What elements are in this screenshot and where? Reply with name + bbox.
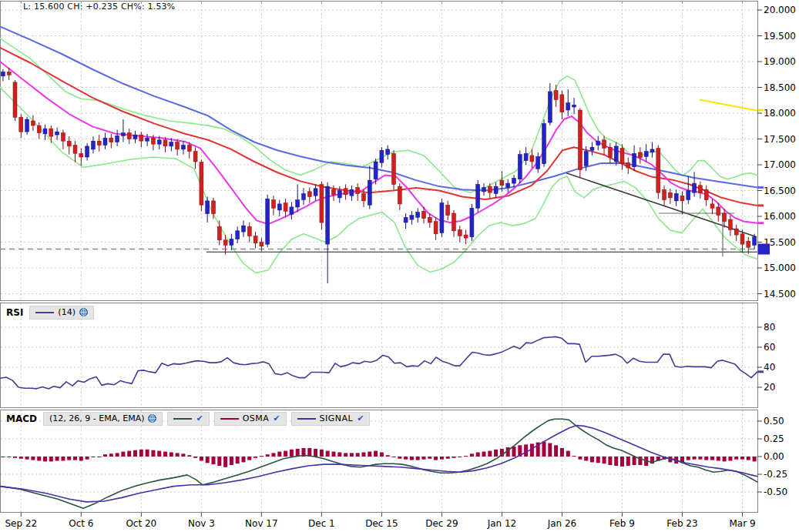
candle <box>103 138 107 145</box>
osma-bar <box>206 457 210 463</box>
osma-bar <box>73 457 77 460</box>
candle <box>284 203 287 212</box>
price-axis-label: 15.000 <box>764 263 796 273</box>
osma-bar <box>37 457 41 461</box>
candle <box>146 138 149 141</box>
candle <box>79 153 83 157</box>
candle <box>121 133 125 136</box>
candle <box>386 149 390 155</box>
candle <box>116 136 119 142</box>
signal-checkbox[interactable]: ✔ <box>357 414 364 423</box>
osma-bar <box>446 457 450 459</box>
candle <box>272 200 276 209</box>
candle <box>212 201 216 214</box>
osma-bar <box>25 457 29 460</box>
osma-bar <box>86 457 89 460</box>
rsi-axis-marker <box>758 370 764 373</box>
candle <box>350 189 354 196</box>
candle <box>512 178 516 183</box>
osma-bar <box>596 457 600 463</box>
candle <box>482 188 486 192</box>
osma-bar <box>176 453 180 457</box>
candle <box>290 207 294 214</box>
osma-bar <box>116 453 119 457</box>
candle <box>86 146 89 157</box>
candle <box>253 236 257 243</box>
osma-bar <box>109 453 113 457</box>
osma-bar <box>380 453 384 457</box>
macd-axis-label: 0.00 <box>764 451 784 462</box>
candle <box>530 156 534 162</box>
candle <box>566 103 570 110</box>
candle <box>572 105 576 107</box>
osma-bar <box>548 443 552 457</box>
osma-bar <box>314 449 317 457</box>
osma-bar <box>374 451 378 457</box>
axis-series-marker <box>758 222 764 224</box>
macd-line-legend: ✔ <box>167 412 209 426</box>
osma-bar <box>212 457 216 464</box>
x-axis-label: Nov 3 <box>188 518 215 529</box>
candle <box>133 135 137 139</box>
panel-borders <box>1 2 758 513</box>
price-axis-label: 17.000 <box>764 159 796 170</box>
candle <box>740 234 744 244</box>
x-axis-label: Nov 17 <box>245 518 278 529</box>
candle <box>392 153 396 184</box>
osma-checkbox[interactable]: ✔ <box>273 414 280 423</box>
osma-bar <box>170 453 173 457</box>
candle <box>37 125 41 132</box>
right-axis: 20.00019.50019.00018.50018.00017.50017.0… <box>757 5 796 497</box>
osma-label: OSMA <box>243 413 270 423</box>
price-info-label: L: 15.600 CH: +0.235 CH%: 1.53% <box>23 2 175 12</box>
macd-axis-label: -0.50 <box>764 487 787 497</box>
candle <box>422 211 426 218</box>
candle <box>710 204 714 208</box>
osma-bar <box>290 450 294 457</box>
macd-header: MACD (12, 26, 9 - EMA, EMA) ✔ OSMA ✔ SIG… <box>5 412 370 425</box>
rsi-line-swatch <box>35 312 54 313</box>
osma-bar <box>693 457 697 460</box>
osma-bar <box>512 447 516 457</box>
osma-bar <box>524 444 528 457</box>
trading-chart-app: 20.00019.50019.00018.50018.00017.50017.0… <box>0 0 799 532</box>
osma-bar <box>43 457 47 461</box>
macd-param: (12, 26, 9 - EMA, EMA) <box>49 413 144 423</box>
candle <box>446 205 450 215</box>
candle <box>362 194 366 201</box>
candle <box>723 213 727 222</box>
rsi-settings-globe-icon[interactable] <box>79 308 88 316</box>
candle <box>734 229 738 235</box>
candle <box>67 141 71 146</box>
osma-bar <box>344 453 347 457</box>
candle <box>548 92 552 122</box>
macd-line-checkbox[interactable]: ✔ <box>196 414 203 423</box>
osma-bar <box>560 448 564 457</box>
x-axis-label: Oct 6 <box>69 518 93 529</box>
candle <box>656 149 660 193</box>
osma-bar <box>284 451 287 457</box>
macd-settings-globe-icon[interactable] <box>148 414 156 423</box>
osma-bar <box>422 457 426 460</box>
osma-bar <box>614 457 618 466</box>
osma-bar <box>187 455 191 457</box>
osma-bar <box>49 457 53 461</box>
candle <box>230 239 233 246</box>
rsi-axis-label: 60 <box>764 342 775 353</box>
candle <box>73 146 77 154</box>
candle <box>524 153 528 160</box>
osma-bar <box>272 453 276 457</box>
osma-bar <box>356 453 360 457</box>
axis-series-marker <box>758 204 764 206</box>
chart-canvas[interactable]: 20.00019.50019.00018.50018.00017.50017.0… <box>0 0 799 532</box>
osma-bar <box>217 457 221 466</box>
osma-bar <box>91 457 95 457</box>
osma-bar <box>488 451 492 457</box>
candle <box>242 226 246 232</box>
macd-axis-label: 0.25 <box>764 433 784 444</box>
osma-bar <box>753 457 757 461</box>
price-axis-label: 18.000 <box>764 108 796 119</box>
candle <box>356 188 360 194</box>
candle <box>614 146 618 162</box>
candle <box>717 207 720 216</box>
